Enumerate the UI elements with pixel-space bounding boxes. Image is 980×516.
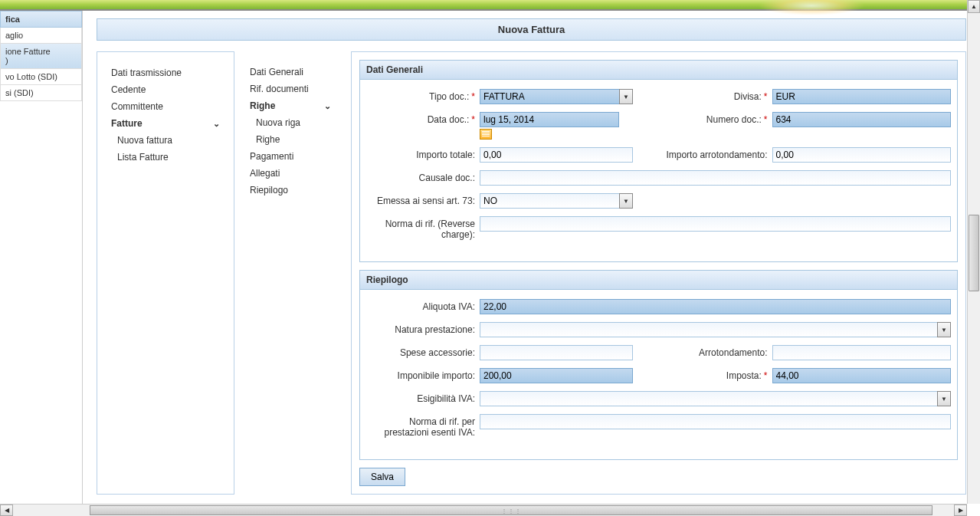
sidebar-item[interactable]: vo Lotto (SDI) bbox=[0, 69, 82, 85]
input-tipo-doc[interactable] bbox=[480, 89, 620, 104]
input-importo-arr[interactable] bbox=[772, 147, 952, 163]
label-imponibile: Imponibile importo: bbox=[366, 368, 480, 381]
dropdown-arrow-icon[interactable]: ▼ bbox=[937, 322, 951, 337]
nav-dati-trasmissione[interactable]: Dati trasmissione bbox=[111, 64, 220, 81]
input-causale[interactable] bbox=[480, 170, 951, 186]
input-emessa[interactable] bbox=[480, 193, 620, 209]
label-numero-doc: Numero doc.:* bbox=[659, 112, 772, 125]
nav-dati-generali[interactable]: Dati Generali bbox=[250, 64, 331, 81]
input-imposta[interactable] bbox=[772, 368, 952, 383]
label-aliquota: Aliquota IVA: bbox=[366, 299, 480, 312]
nav-righe[interactable]: Righe⌄ bbox=[250, 97, 331, 114]
input-imponibile[interactable] bbox=[480, 368, 633, 383]
label-natura: Natura prestazione: bbox=[366, 322, 480, 335]
label-causale: Causale doc.: bbox=[366, 170, 480, 183]
panel-header: Riepilogo bbox=[360, 271, 957, 290]
label-data-doc: Data doc.:* bbox=[366, 112, 480, 125]
label-spese: Spese accessorie: bbox=[366, 345, 480, 358]
label-divisa: Divisa:* bbox=[659, 89, 772, 102]
scrollbar-thumb[interactable]: ⋮⋮⋮ bbox=[90, 505, 932, 515]
scrollbar-thumb[interactable] bbox=[969, 215, 979, 291]
nav-box-2: Dati Generali Rif. documenti Righe⌄ Nuov… bbox=[247, 51, 339, 495]
save-button[interactable]: Salva bbox=[359, 468, 405, 486]
input-importo-totale[interactable] bbox=[480, 147, 633, 163]
nav-riepilogo[interactable]: Riepilogo bbox=[250, 182, 331, 199]
panel-dati-generali: Dati Generali Tipo doc.:* ▼ bbox=[359, 60, 958, 262]
nav-fatture[interactable]: Fatture⌄ bbox=[111, 115, 220, 132]
nav-allegati[interactable]: Allegati bbox=[250, 165, 331, 182]
left-sidebar: fica aglio ione Fatture) vo Lotto (SDI) … bbox=[0, 11, 83, 516]
nav-box-1: Dati trasmissione Cedente Committente Fa… bbox=[97, 51, 234, 495]
top-gradient-bar bbox=[0, 0, 980, 11]
nav-nuova-riga[interactable]: Nuova riga bbox=[256, 114, 331, 131]
nav-righe-list[interactable]: Righe bbox=[256, 131, 331, 148]
dropdown-arrow-icon[interactable]: ▼ bbox=[619, 193, 633, 209]
sidebar-item[interactable]: ione Fatture) bbox=[0, 44, 82, 69]
sidebar-item[interactable]: si (SDI) bbox=[0, 85, 82, 101]
nav-rif-documenti[interactable]: Rif. documenti bbox=[250, 81, 331, 97]
nav-lista-fatture[interactable]: Lista Fatture bbox=[117, 149, 220, 166]
label-importo-totale: Importo totale: bbox=[366, 147, 480, 160]
vertical-scrollbar[interactable]: ▲ bbox=[967, 0, 980, 504]
sidebar-header: fica bbox=[0, 11, 82, 28]
scroll-up-icon[interactable]: ▲ bbox=[968, 0, 980, 13]
horizontal-scrollbar[interactable]: ◀ ⋮⋮⋮ ▶ bbox=[0, 504, 967, 516]
chevron-down-icon: ⌄ bbox=[324, 101, 331, 111]
nav-cedente[interactable]: Cedente bbox=[111, 81, 220, 98]
input-natura[interactable] bbox=[480, 322, 938, 337]
panel-header: Dati Generali bbox=[360, 61, 957, 80]
page-title: Nuova Fattura bbox=[97, 18, 966, 41]
form-area: Dati Generali Tipo doc.:* ▼ bbox=[351, 51, 966, 495]
input-norma[interactable] bbox=[480, 216, 951, 232]
sidebar-item[interactable]: aglio bbox=[0, 28, 82, 44]
nav-nuova-fattura[interactable]: Nuova fattura bbox=[117, 132, 220, 149]
label-importo-arr: Importo arrotondamento: bbox=[659, 147, 772, 160]
calendar-icon[interactable] bbox=[480, 129, 492, 140]
label-esigibilita: Esigibilità IVA: bbox=[366, 391, 480, 404]
label-norma-rif: Norma di rif. per prestazioni esenti IVA… bbox=[366, 414, 480, 438]
nav-committente[interactable]: Committente bbox=[111, 98, 220, 115]
input-esigibilita[interactable] bbox=[480, 391, 938, 406]
chevron-down-icon: ⌄ bbox=[213, 119, 220, 129]
label-imposta: Imposta:* bbox=[659, 368, 772, 381]
input-spese[interactable] bbox=[480, 345, 633, 360]
label-tipo-doc: Tipo doc.:* bbox=[366, 89, 480, 102]
input-data-doc[interactable] bbox=[480, 112, 619, 127]
input-numero-doc[interactable] bbox=[772, 112, 952, 127]
panel-riepilogo: Riepilogo Aliquota IVA: Natura prestazio… bbox=[359, 270, 958, 460]
label-arrot: Arrotondamento: bbox=[659, 345, 772, 358]
label-emessa: Emessa ai sensi art. 73: bbox=[366, 193, 480, 206]
label-norma: Norma di rif. (Reverse charge): bbox=[366, 216, 480, 240]
input-arrot[interactable] bbox=[772, 345, 952, 360]
input-divisa[interactable] bbox=[772, 89, 952, 104]
scroll-right-icon[interactable]: ▶ bbox=[954, 504, 967, 516]
dropdown-arrow-icon[interactable]: ▼ bbox=[619, 89, 633, 104]
input-aliquota[interactable] bbox=[480, 299, 951, 314]
nav-pagamenti[interactable]: Pagamenti bbox=[250, 148, 331, 165]
scroll-left-icon[interactable]: ◀ bbox=[0, 504, 13, 516]
dropdown-arrow-icon[interactable]: ▼ bbox=[937, 391, 951, 406]
input-norma-rif[interactable] bbox=[480, 414, 951, 429]
